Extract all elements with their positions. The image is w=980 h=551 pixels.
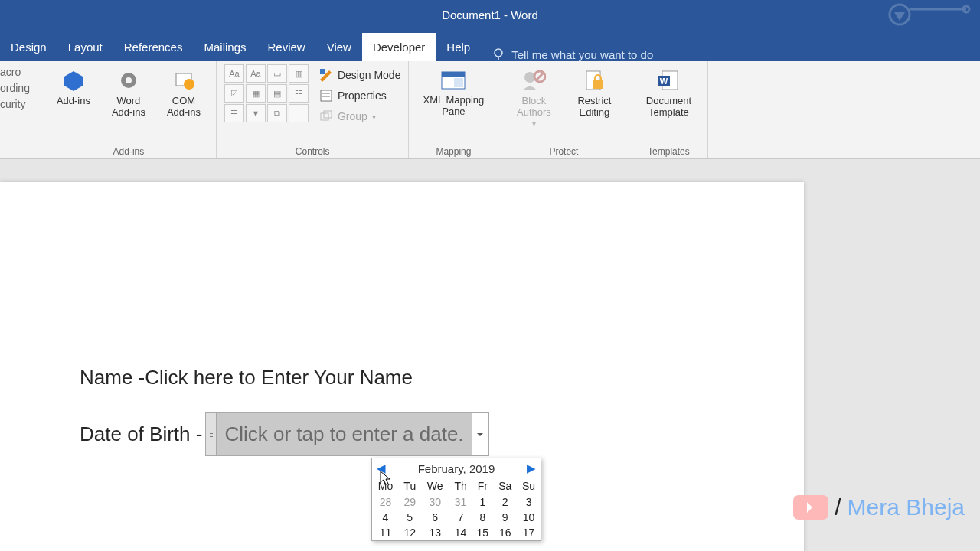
- svg-rect-17: [454, 78, 463, 87]
- calendar-day[interactable]: 9: [493, 510, 517, 525]
- group-label: Add-ins: [113, 145, 145, 157]
- date-dropdown-button[interactable]: [472, 413, 488, 455]
- lock-document-icon: [583, 67, 606, 93]
- calendar-day[interactable]: 15: [472, 525, 493, 540]
- svg-rect-22: [593, 80, 603, 89]
- ribbon: acro ording curity Add-ins Word Add-ins: [0, 61, 980, 159]
- group-label: Mapping: [436, 145, 471, 157]
- calendar-grid[interactable]: MoTuWeThFrSaSu 2829303112345678910111213…: [372, 478, 541, 540]
- addins-button[interactable]: Add-ins: [49, 64, 98, 109]
- mouse-cursor: [380, 471, 392, 486]
- youtube-icon: [793, 495, 828, 520]
- svg-rect-14: [324, 111, 332, 118]
- calendar-dow: Tu: [399, 478, 420, 494]
- svg-rect-13: [321, 113, 328, 120]
- calendar-day[interactable]: 30: [421, 494, 449, 510]
- block-authors-icon: [521, 67, 546, 93]
- svg-text:W: W: [660, 77, 668, 86]
- block-authors-button: Block Authors ▾: [506, 64, 561, 131]
- ribbon-fragment-left: acro ording curity: [0, 61, 41, 158]
- fragment-text: acro: [0, 66, 30, 78]
- content-control-handle[interactable]: [206, 413, 217, 455]
- calendar-day[interactable]: 17: [517, 525, 541, 540]
- dob-label: Date of Birth -: [80, 422, 202, 446]
- calendar-dow: Fr: [472, 478, 493, 494]
- properties-button[interactable]: Properties: [319, 86, 401, 105]
- name-line: Name - Click here to Enter Your Name: [80, 366, 743, 390]
- calendar-day[interactable]: 29: [399, 494, 420, 510]
- calendar-day[interactable]: 10: [517, 510, 541, 525]
- lightbulb-icon: [492, 47, 505, 61]
- title-bar: Document1 - Word: [0, 0, 980, 29]
- window-title: Document1 - Word: [442, 8, 538, 21]
- word-addins-button[interactable]: Word Add-ins: [104, 64, 153, 121]
- tab-help[interactable]: Help: [436, 33, 481, 61]
- tab-references[interactable]: References: [113, 33, 194, 61]
- tab-developer[interactable]: Developer: [362, 33, 436, 61]
- xml-mapping-button[interactable]: XML Mapping Pane: [416, 64, 490, 121]
- calendar-day[interactable]: 31: [449, 494, 472, 510]
- fragment-text: curity: [0, 98, 30, 110]
- chevron-down-icon: ▾: [372, 112, 376, 121]
- calendar-day[interactable]: 5: [399, 510, 420, 525]
- calendar-day[interactable]: 1: [472, 494, 493, 510]
- tab-layout[interactable]: Layout: [57, 33, 113, 61]
- tab-design[interactable]: Design: [0, 33, 57, 61]
- calendar-day[interactable]: 8: [472, 510, 493, 525]
- calendar-month-label[interactable]: February, 2019: [418, 462, 495, 475]
- group-label: Controls: [296, 145, 330, 157]
- svg-rect-10: [321, 90, 332, 101]
- date-content-control[interactable]: Click or tap to enter a date.: [205, 412, 488, 456]
- gear-icon: [172, 67, 195, 93]
- ruler-pencil-icon: [319, 68, 333, 82]
- calendar-day[interactable]: 4: [372, 510, 399, 525]
- svg-line-20: [536, 73, 544, 80]
- gear-icon: [117, 67, 140, 93]
- document-template-button[interactable]: W Document Template: [637, 64, 700, 121]
- group-label: Templates: [648, 145, 690, 157]
- name-content-control[interactable]: Click here to Enter Your Name: [145, 366, 413, 390]
- chevron-down-icon: ▾: [532, 119, 536, 128]
- tell-me-search[interactable]: Tell me what you want to do: [481, 47, 664, 61]
- ribbon-group-controls: AaAa▭▥ ☑▦▤☷ ☰▼⧉ Design Mode Properties: [217, 61, 410, 158]
- svg-rect-16: [442, 72, 465, 77]
- group-icon: [319, 109, 333, 123]
- addin-icon: [62, 67, 85, 93]
- fragment-text: ording: [0, 82, 30, 94]
- word-template-icon: W: [656, 67, 681, 93]
- com-addins-button[interactable]: COM Add-ins: [159, 64, 208, 121]
- channel-watermark: / Mera Bheja: [793, 494, 965, 520]
- calendar-next-month[interactable]: ▶: [527, 461, 536, 475]
- tab-review[interactable]: Review: [257, 33, 316, 61]
- calendar-day[interactable]: 2: [493, 494, 517, 510]
- calendar-day[interactable]: 13: [421, 525, 449, 540]
- ribbon-tab-strip: DesignLayoutReferencesMailingsReviewView…: [0, 29, 980, 61]
- ribbon-group-addins: Add-ins Word Add-ins COM Add-ins Add-ins: [41, 61, 217, 158]
- properties-icon: [319, 89, 333, 103]
- calendar-dow: We: [421, 478, 449, 494]
- svg-point-6: [126, 77, 132, 83]
- tab-view[interactable]: View: [316, 33, 362, 61]
- calendar-day[interactable]: 6: [421, 510, 449, 525]
- ribbon-group-protect: Block Authors ▾ Restrict Editing Protect: [498, 61, 629, 158]
- restrict-editing-button[interactable]: Restrict Editing: [567, 64, 621, 121]
- watermark-logo: [887, 2, 971, 28]
- calendar-day[interactable]: 12: [399, 525, 420, 540]
- channel-name: Mera Bheja: [848, 494, 965, 520]
- ribbon-group-templates: W Document Template Templates: [629, 61, 708, 158]
- calendar-day[interactable]: 11: [372, 525, 399, 540]
- design-mode-button[interactable]: Design Mode: [319, 66, 401, 84]
- date-picker-popup[interactable]: ◀ February, 2019 ▶ MoTuWeThFrSaSu 282930…: [371, 458, 541, 541]
- calendar-day[interactable]: 16: [493, 525, 517, 540]
- svg-point-8: [184, 79, 194, 90]
- calendar-day[interactable]: 7: [449, 510, 472, 525]
- calendar-day[interactable]: 3: [517, 494, 541, 510]
- control-type-grid[interactable]: AaAa▭▥ ☑▦▤☷ ☰▼⧉: [224, 64, 309, 122]
- group-button[interactable]: Group ▾: [319, 107, 401, 126]
- ribbon-group-mapping: XML Mapping Pane Mapping: [409, 61, 498, 158]
- date-placeholder[interactable]: Click or tap to enter a date.: [217, 413, 471, 455]
- calendar-dow: Sa: [493, 478, 517, 494]
- calendar-day[interactable]: 14: [449, 525, 472, 540]
- tab-mailings[interactable]: Mailings: [193, 33, 256, 61]
- calendar-day[interactable]: 28: [372, 494, 399, 510]
